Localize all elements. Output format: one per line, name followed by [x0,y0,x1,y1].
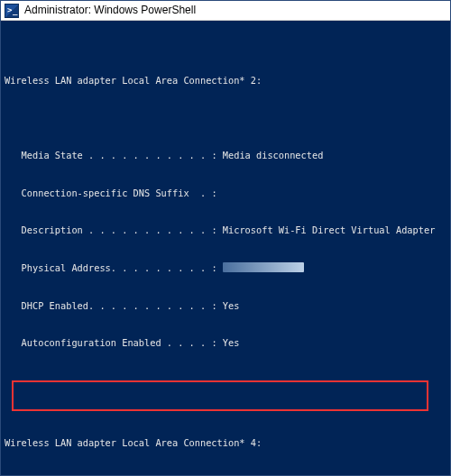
dhcp-enabled: DHCP Enabled. . . . . . . . . . . : Yes [5,300,446,313]
powershell-window: Administrator: Windows PowerShell Wirele… [0,0,451,476]
terminal-output[interactable]: Wireless LAN adapter Local Area Connecti… [1,21,450,475]
physical-address: Physical Address. . . . . . . . . : [5,262,446,275]
dns-suffix: Connection-specific DNS Suffix . : [5,188,446,200]
window-title: Administrator: Windows PowerShell [24,3,196,17]
section-header: Wireless LAN adapter Local Area Connecti… [5,437,446,450]
redacted-value [223,262,304,272]
highlight-annotation [12,380,428,411]
powershell-icon [5,4,19,18]
section-header: Wireless LAN adapter Local Area Connecti… [5,75,446,87]
media-state: Media State . . . . . . . . . . . : Medi… [5,150,446,162]
titlebar[interactable]: Administrator: Windows PowerShell [1,1,450,21]
description: Description . . . . . . . . . . . : Micr… [5,224,446,237]
autoconfig-enabled: Autoconfiguration Enabled . . . . : Yes [5,337,446,350]
